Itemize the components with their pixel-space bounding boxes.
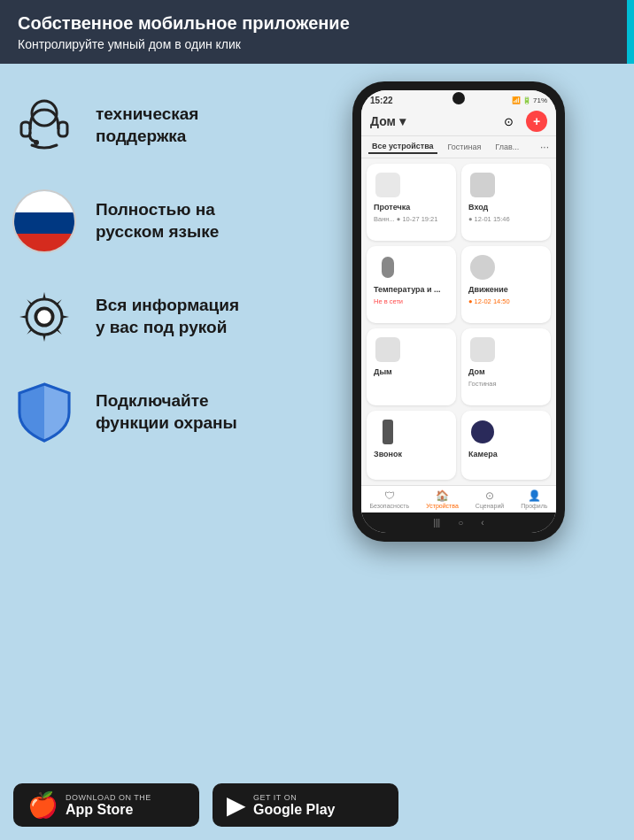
feature-support-label: техническаяподдержка: [96, 104, 198, 147]
app-title: Дом ▾: [370, 114, 406, 128]
nav-profile[interactable]: 👤 Профиль: [521, 489, 547, 509]
temp-icon: [374, 253, 402, 281]
bell-icon: [374, 418, 402, 446]
feature-russian-label: Полностью нарусском языке: [96, 199, 219, 243]
home-status: Гостиная: [468, 380, 544, 388]
svg-point-6: [36, 309, 52, 325]
feature-info: Вся информацияу вас под рукой: [9, 281, 283, 352]
apple-main: App Store: [66, 802, 151, 818]
phone-notch: [452, 92, 465, 104]
nav-scenarios-label: Сценарий: [476, 503, 504, 509]
nav-scenarios[interactable]: ⊙ Сценарий: [476, 489, 504, 509]
camera-icon: [468, 418, 497, 446]
google-sub: GET IT ON: [253, 793, 335, 802]
device-card-bell[interactable]: Звонок: [367, 411, 456, 480]
device-card-temp[interactable]: Температура и ... Не в сети: [367, 246, 456, 323]
smoke-icon: [374, 335, 402, 364]
status-time: 15:22: [370, 96, 393, 105]
temp-name: Температура и ...: [374, 285, 449, 294]
apple-icon: 🍎: [27, 790, 58, 820]
google-main: Google Play: [253, 802, 335, 818]
google-play-button[interactable]: ▶ GET IT ON Google Play: [213, 783, 398, 827]
leak-icon: [374, 171, 402, 199]
qr-button[interactable]: ⊙: [498, 111, 519, 132]
tab-main[interactable]: Глав...: [491, 141, 522, 153]
bottom-nav: 🛡 Безопасность 🏠 Устройства ⊙ Сценарий 👤…: [361, 485, 556, 512]
app-header: Дом ▾ ⊙ +: [361, 107, 556, 136]
gear-icon: [9, 281, 80, 352]
entry-status: ● 12-01 15:46: [468, 215, 544, 223]
device-card-motion[interactable]: Движение ● 12-02 14:50: [461, 246, 551, 323]
motion-icon: [468, 253, 497, 281]
nav-security[interactable]: 🛡 Безопасность: [370, 489, 410, 509]
motion-name: Движение: [468, 285, 544, 294]
motion-status: ● 12-02 14:50: [468, 297, 544, 305]
apple-sub: Download on the: [66, 793, 151, 802]
nav-profile-label: Профиль: [521, 503, 547, 509]
phone-screen: 15:22 📶 🔋 71% Дом ▾ ⊙ + Все ус: [361, 90, 556, 533]
device-card-entry[interactable]: Вход ● 12-01 15:46: [461, 164, 551, 241]
nav-security-label: Безопасность: [370, 503, 410, 509]
add-button[interactable]: +: [526, 111, 547, 132]
nav-devices-label: Устройства: [426, 503, 459, 509]
main-content: техническаяподдержка Полностью нарусском…: [0, 64, 634, 551]
tab-living-room[interactable]: Гостиная: [445, 141, 485, 153]
feature-security: Подключайтефункции охраны: [9, 377, 283, 448]
feature-russian: Полностью нарусском языке: [9, 186, 283, 257]
feature-info-label: Вся информацияу вас под рукой: [96, 295, 239, 338]
device-card-smoke[interactable]: Дым: [367, 328, 456, 405]
phone-mockup: 15:22 📶 🔋 71% Дом ▾ ⊙ + Все ус: [352, 81, 565, 542]
header-title: Собственное мобильное приложение: [18, 12, 350, 34]
google-play-icon: ▶: [227, 790, 246, 820]
shield-icon: [9, 377, 80, 448]
feature-security-label: Подключайтефункции охраны: [96, 390, 237, 434]
temp-status: Не в сети: [374, 297, 449, 305]
home-name: Дом: [468, 367, 544, 376]
nav-devices[interactable]: 🏠 Устройства: [426, 489, 459, 509]
feature-support: техническаяподдержка: [9, 90, 283, 161]
home-icon: [468, 335, 497, 364]
headset-icon: [9, 90, 80, 161]
app-store-button[interactable]: 🍎 Download on the App Store: [13, 783, 199, 827]
bell-name: Звонок: [374, 450, 449, 459]
phone-column: 15:22 📶 🔋 71% Дом ▾ ⊙ + Все ус: [292, 81, 625, 542]
status-icons: 📶 🔋 71%: [512, 96, 547, 104]
app-header-icons: ⊙ +: [498, 111, 547, 132]
device-card-home[interactable]: Дом Гостиная: [461, 328, 551, 405]
device-card-leak[interactable]: Протечка Ванн... ● 10-27 19:21: [367, 164, 456, 241]
store-buttons: 🍎 Download on the App Store ▶ GET IT ON …: [0, 774, 634, 840]
header-banner: Собственное мобильное приложение Контрол…: [0, 0, 634, 64]
features-column: техническаяподдержка Полностью нарусском…: [9, 81, 283, 542]
smoke-name: Дым: [374, 367, 449, 376]
flag-icon: [9, 186, 80, 257]
leak-name: Протечка: [374, 203, 449, 212]
app-tabs: Все устройства Гостиная Глав... ···: [361, 136, 556, 158]
leak-status: Ванн... ● 10-27 19:21: [374, 215, 449, 223]
tab-more[interactable]: ···: [540, 141, 549, 153]
entry-icon: [468, 171, 497, 199]
tab-all-devices[interactable]: Все устройства: [368, 140, 437, 154]
device-card-camera[interactable]: Камера: [461, 411, 551, 480]
camera-name: Камера: [468, 450, 544, 459]
entry-name: Вход: [468, 203, 544, 212]
home-indicator: ||| ○ ‹: [361, 512, 556, 533]
header-subtitle: Контролируйте умный дом в один клик: [18, 37, 350, 51]
svg-point-3: [34, 140, 39, 145]
device-grid: Протечка Ванн... ● 10-27 19:21 Вход ● 12…: [361, 158, 556, 485]
